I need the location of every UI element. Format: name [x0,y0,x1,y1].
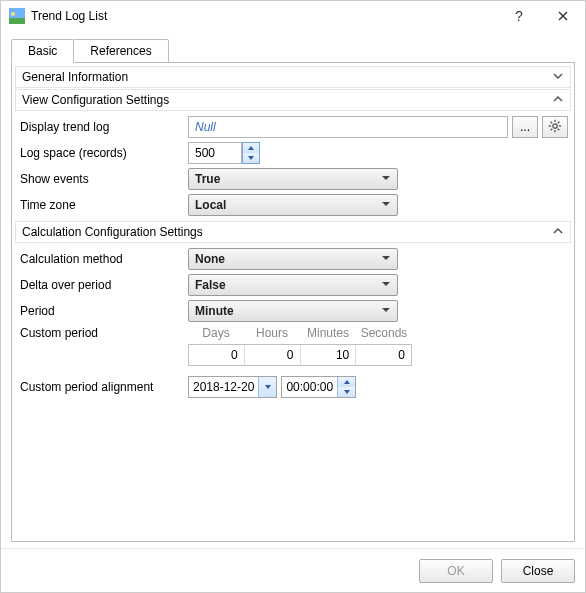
period-select[interactable]: Minute [188,300,398,322]
label: Custom period [18,326,188,340]
label: Log space (records) [18,146,188,160]
dialog-footer: OK Close [1,548,585,592]
spin-down-icon[interactable] [243,153,259,163]
calculation-method-select[interactable]: None [188,248,398,270]
help-button[interactable]: ? [497,2,541,30]
view-section-body: Display trend log Null ... Log space (re… [14,112,572,220]
label: Calculation method [18,252,188,266]
tab-basic[interactable]: Basic [11,39,74,63]
chevron-down-icon [381,198,391,212]
select-value: Local [195,198,381,212]
hdr-hours: Hours [244,326,300,340]
calc-section-body: Calculation method None Delta over perio… [14,244,572,402]
hdr-minutes: Minutes [300,326,356,340]
hdr-seconds: Seconds [356,326,412,340]
svg-line-10 [558,121,560,123]
time-zone-select[interactable]: Local [188,194,398,216]
row-delta-over-period: Delta over period False [14,272,572,298]
svg-point-2 [11,12,15,16]
chevron-up-icon [552,93,564,108]
log-space-stepper[interactable]: 500 [188,142,260,164]
svg-rect-1 [9,18,25,24]
tab-references[interactable]: References [73,39,168,63]
label: Period [18,304,188,318]
row-show-events: Show events True [14,166,572,192]
dialog-title: Trend Log List [31,9,497,23]
chevron-down-icon [552,70,564,85]
label: Time zone [18,198,188,212]
hours-value[interactable]: 0 [245,345,301,365]
chevron-down-icon [381,172,391,186]
select-value: Minute [195,304,381,318]
svg-line-11 [551,128,553,130]
row-custom-period-alignment: Custom period alignment 2018-12-20 00:00… [14,374,572,400]
svg-line-8 [551,121,553,123]
dialog-window: Trend Log List ? Basic References Genera… [0,0,586,593]
row-custom-period-headers: Custom period Days Hours Minutes Seconds [14,324,572,342]
label: Delta over period [18,278,188,292]
minutes-value[interactable]: 10 [301,345,357,365]
gear-icon [548,119,562,136]
spin-down-icon[interactable] [338,387,355,397]
titlebar: Trend Log List ? [1,1,585,31]
time-value[interactable]: 00:00:00 [282,377,337,397]
svg-line-9 [558,128,560,130]
chevron-down-icon [381,278,391,292]
select-value: None [195,252,381,266]
period-headers: Days Hours Minutes Seconds [188,326,412,340]
delta-over-period-select[interactable]: False [188,274,398,296]
label: Custom period alignment [18,380,188,394]
date-value[interactable]: 2018-12-20 [189,377,258,397]
section-title: General Information [22,70,128,84]
tab-bar: Basic References [11,39,575,63]
select-value: True [195,172,381,186]
section-view-configuration[interactable]: View Configuration Settings [15,89,571,111]
row-calculation-method: Calculation method None [14,246,572,272]
time-spinner[interactable] [337,377,355,397]
chevron-down-icon [381,304,391,318]
custom-period-input[interactable]: 0 0 10 0 [188,344,412,366]
seconds-value[interactable]: 0 [356,345,411,365]
tab-content: General Information View Configuration S… [11,62,575,542]
spin-up-icon[interactable] [338,377,355,387]
display-trend-log-input[interactable]: Null [188,116,508,138]
app-icon [9,8,25,24]
log-space-input[interactable]: 500 [188,142,242,164]
row-custom-period-values: 0 0 10 0 [14,342,572,368]
section-title: Calculation Configuration Settings [22,225,203,239]
close-button[interactable] [541,2,585,30]
chevron-down-icon [381,252,391,266]
alignment-date-input[interactable]: 2018-12-20 [188,376,277,398]
ok-button[interactable]: OK [419,559,493,583]
spin-up-icon[interactable] [243,143,259,153]
label: Show events [18,172,188,186]
dialog-body: Basic References General Information Vie… [1,31,585,548]
settings-button[interactable] [542,116,568,138]
spinner-buttons[interactable] [242,142,260,164]
svg-point-3 [553,123,557,127]
days-value[interactable]: 0 [189,345,245,365]
label: Display trend log [18,120,188,134]
hdr-days: Days [188,326,244,340]
section-calculation-configuration[interactable]: Calculation Configuration Settings [15,221,571,243]
date-dropdown-icon[interactable] [258,377,276,397]
row-period: Period Minute [14,298,572,324]
row-display-trend-log: Display trend log Null ... [14,114,572,140]
row-log-space: Log space (records) 500 [14,140,572,166]
show-events-select[interactable]: True [188,168,398,190]
chevron-up-icon [552,225,564,240]
browse-button[interactable]: ... [512,116,538,138]
section-general-information[interactable]: General Information [15,66,571,88]
section-title: View Configuration Settings [22,93,169,107]
row-time-zone: Time zone Local [14,192,572,218]
alignment-time-input[interactable]: 00:00:00 [281,376,356,398]
select-value: False [195,278,381,292]
close-button-footer[interactable]: Close [501,559,575,583]
